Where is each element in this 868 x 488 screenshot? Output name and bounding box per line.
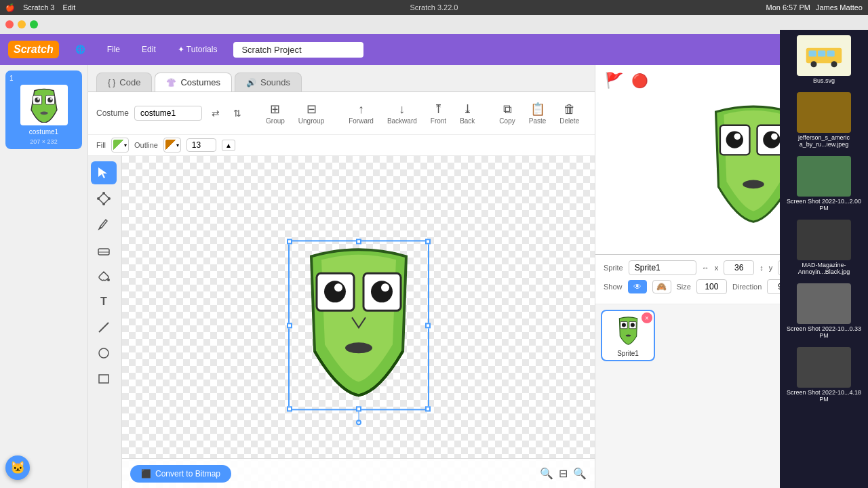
editor-area: T (88, 156, 595, 488)
sprite-grid: × Sprite (601, 310, 810, 361)
flip-h-arrow-btn[interactable]: ⇄ (208, 106, 224, 121)
sprite-thumb-svg (610, 316, 647, 346)
sprite-delete-button[interactable]: × (642, 312, 652, 323)
group-button[interactable]: ⊞ Group (262, 100, 289, 127)
paste-icon: 📋 (530, 102, 545, 117)
tab-costumes[interactable]: 👚 Costumes (155, 73, 232, 92)
sprite-name-input[interactable] (629, 260, 696, 275)
back-button[interactable]: ⤓ Back (456, 100, 479, 127)
fill-tool-button[interactable] (91, 264, 117, 287)
svg-rect-17 (99, 375, 108, 383)
backward-button[interactable]: ↓ Backward (383, 100, 421, 127)
sprite-item-sprite1[interactable]: × Sprite (601, 310, 655, 361)
globe-button[interactable]: 🌐 (70, 42, 91, 57)
minimize-button[interactable] (18, 20, 26, 28)
direction-label: Direction (732, 283, 762, 291)
backward-icon: ↓ (399, 102, 405, 117)
screenshot3-icon-thumb (797, 347, 851, 388)
select-tool-button[interactable] (91, 161, 117, 184)
costume-list-panel: 1 costume1 207 × 232 (0, 65, 88, 488)
x-coord-input[interactable] (724, 260, 754, 275)
svg-line-15 (99, 323, 108, 332)
tutorials-button[interactable]: ✦ Tutorials (172, 42, 223, 57)
ungroup-button[interactable]: ⊟ Ungroup (294, 100, 328, 127)
eraser-tool-button[interactable] (91, 239, 117, 262)
costume-item-size: 207 × 232 (30, 138, 57, 145)
costume-name-input[interactable] (134, 106, 202, 121)
scratch-toolbar: Scratch 🌐 File Edit ✦ Tutorials ? (0, 34, 868, 65)
desktop-icon-jefferson[interactable]: jefferson_s_americ a_by_ru...iew.jpeg (781, 89, 867, 150)
reshape-tool-button[interactable] (91, 187, 117, 210)
text-icon: T (100, 296, 107, 308)
code-icon: { } (108, 78, 115, 87)
desktop-icon-screenshot3[interactable]: Screen Shot 2022-10...4.18 PM (781, 344, 867, 405)
svg-point-27 (734, 133, 741, 140)
zoom-out-button[interactable]: 🔍 (540, 467, 553, 480)
forward-button[interactable]: ↑ Forward (344, 100, 378, 127)
svg-point-10 (108, 197, 111, 200)
desktop-icon-bus[interactable]: Bus.svg (781, 65, 867, 87)
svg-point-42 (811, 65, 817, 67)
fill-color-button[interactable]: ▾ (111, 138, 129, 152)
svg-point-5 (50, 98, 52, 100)
screenshot2-icon-thumb (797, 283, 851, 324)
tab-sounds[interactable]: 🔊 Sounds (235, 73, 302, 92)
svg-point-30 (771, 133, 778, 140)
green-flag-button[interactable]: 🚩 (604, 70, 624, 91)
convert-to-bitmap-button[interactable]: ⬛ Convert to Bitmap (130, 465, 231, 483)
outline-color-swatch (165, 140, 176, 150)
zoom-fit-button[interactable]: ⊟ (559, 467, 568, 480)
handle-rotate (356, 420, 361, 425)
size-input[interactable] (696, 279, 727, 294)
desktop-icon-screenshot1[interactable]: Screen Shot 2022-10...2.00 PM (781, 153, 867, 214)
convert-icon: ⬛ (141, 469, 151, 479)
add-costume-button[interactable]: 🐱 (5, 455, 30, 480)
svg-point-29 (763, 131, 780, 148)
delete-button[interactable]: 🗑 Delete (555, 100, 583, 127)
costume-item[interactable]: 1 costume1 207 × 232 (5, 70, 82, 149)
costumes-icon: 👚 (166, 78, 176, 87)
back-icon: ⤓ (462, 102, 473, 117)
canvas-sprite-container (291, 243, 427, 407)
maximize-button[interactable] (30, 20, 38, 28)
svg-point-26 (726, 131, 743, 148)
edit-menu[interactable]: Edit (62, 3, 75, 12)
front-button[interactable]: ⤒ Front (427, 100, 450, 127)
svg-point-14 (107, 279, 110, 281)
size-up-button[interactable]: ▲ (222, 140, 235, 151)
screenshot1-icon-thumb (797, 156, 851, 197)
y-coord-label: y (769, 264, 773, 272)
svg-point-4 (47, 98, 53, 103)
desktop-icon-screenshot2[interactable]: Screen Shot 2022-10...0.33 PM (781, 281, 867, 342)
svg-point-43 (831, 65, 837, 67)
close-button[interactable] (5, 20, 14, 28)
text-tool-button[interactable]: T (91, 290, 117, 313)
file-menu-button[interactable]: File (102, 42, 125, 57)
paste-button[interactable]: 📋 Paste (525, 100, 551, 127)
copy-button[interactable]: ⧉ Copy (495, 100, 519, 127)
outline-size-input[interactable] (186, 138, 216, 152)
front-icon: ⤒ (433, 102, 443, 117)
show-visible-button[interactable]: 👁 (628, 280, 647, 293)
tab-code[interactable]: { } Code (96, 73, 152, 92)
circle-tool-button[interactable] (91, 342, 117, 365)
project-name-input[interactable] (233, 42, 363, 58)
canvas-area[interactable]: ⬛ Convert to Bitmap 🔍 ⊟ 🔍 (122, 156, 595, 488)
stop-button[interactable]: 🔴 (629, 70, 650, 91)
outline-color-button[interactable]: ▾ (163, 138, 181, 152)
sprite-canvas-svg (291, 243, 427, 405)
flip-v-arrow-btn[interactable]: ⇅ (229, 106, 245, 121)
edit-menu-button[interactable]: Edit (136, 42, 161, 57)
ungroup-icon: ⊟ (307, 102, 317, 117)
desktop-icon-mad[interactable]: MAD-Magazine-Annoyin...Black.jpg (781, 217, 867, 278)
pencil-tool-button[interactable] (91, 213, 117, 236)
rect-tool-button[interactable] (91, 367, 117, 390)
apple-menu[interactable]: 🍎 (5, 3, 15, 12)
zoom-in-button[interactable]: 🔍 (573, 467, 587, 480)
show-hidden-button[interactable]: 🙈 (652, 280, 671, 293)
x-coord-label: x (715, 264, 719, 272)
line-tool-button[interactable] (91, 316, 117, 339)
svg-point-19 (324, 281, 346, 302)
fill-label: Fill (96, 141, 106, 149)
show-label: Show (604, 283, 623, 291)
